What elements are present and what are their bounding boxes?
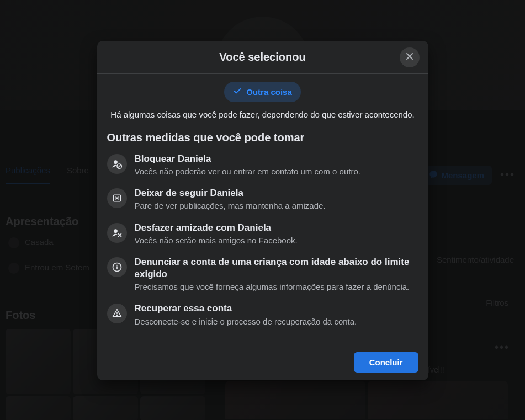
option-title: Bloquear Daniela	[135, 153, 418, 165]
section-heading: Outras medidas que você pode tomar	[107, 131, 418, 144]
option-unfollow[interactable]: Deixar de seguir Daniela Pare de ver pub…	[107, 184, 418, 218]
option-desc: Vocês não poderão ver ou entrar em conta…	[135, 166, 418, 177]
option-desc: Pare de ver publicações, mas mantenha a …	[135, 200, 418, 211]
unfollow-icon	[107, 188, 127, 208]
svg-point-15	[116, 315, 117, 316]
modal-footer: Concluir	[97, 344, 428, 380]
option-title: Deixar de seguir Daniela	[135, 187, 418, 199]
intro-text: Há algumas coisas que você pode fazer, d…	[107, 110, 418, 119]
option-unfriend[interactable]: Desfazer amizade com Daniela Vocês não s…	[107, 219, 418, 253]
option-title: Desfazer amizade com Daniela	[135, 222, 418, 234]
svg-line-4	[118, 164, 121, 168]
close-icon	[404, 51, 415, 64]
done-button[interactable]: Concluir	[354, 352, 418, 373]
close-button[interactable]	[400, 47, 420, 67]
option-report-underage[interactable]: Denunciar a conta de uma criança com ida…	[107, 253, 418, 299]
svg-point-2	[114, 160, 118, 164]
option-recover-account[interactable]: Recuperar essa conta Desconecte-se e ini…	[107, 299, 418, 333]
svg-point-8	[114, 229, 118, 233]
option-block[interactable]: Bloquear Daniela Vocês não poderão ver o…	[107, 150, 418, 184]
warning-icon	[107, 304, 127, 323]
info-icon	[107, 257, 127, 277]
report-modal: Você selecionou Outra coisa Há algumas c…	[97, 41, 428, 380]
option-desc: Vocês não serão mais amigos no Facebook.	[135, 235, 418, 246]
selected-reason-pill[interactable]: Outra coisa	[224, 82, 301, 102]
modal-title: Você selecionou	[130, 51, 395, 63]
option-desc: Desconecte-se e inicie o processo de rec…	[135, 316, 418, 327]
modal-header: Você selecionou	[97, 41, 428, 74]
option-title: Denunciar a conta de uma criança com ida…	[135, 256, 418, 280]
modal-body: Outra coisa Há algumas coisas que você p…	[97, 74, 428, 344]
option-title: Recuperar essa conta	[135, 302, 418, 315]
unfriend-icon	[107, 223, 127, 243]
block-user-icon	[107, 154, 127, 174]
pill-label: Outra coisa	[246, 87, 292, 97]
option-desc: Precisamos que você forneça algumas info…	[135, 281, 418, 293]
check-icon	[233, 87, 242, 97]
